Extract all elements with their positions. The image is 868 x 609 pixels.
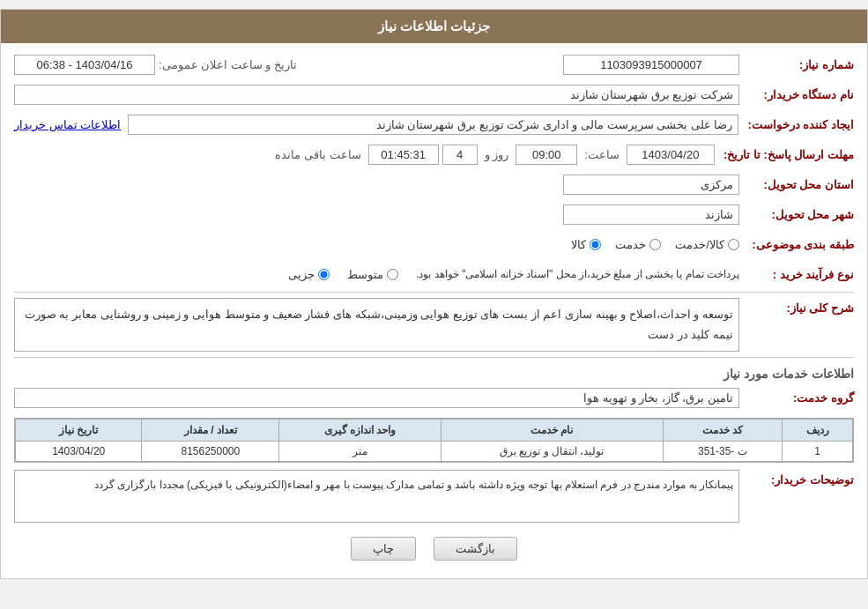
- cell-vahed: متر: [279, 441, 441, 461]
- col-tedad: تعداد / مقدار: [142, 419, 279, 441]
- noe-farayand-row: پرداخت تمام یا بخشی از مبلغ خرید،از محل …: [14, 268, 739, 281]
- roz-value: 4: [442, 145, 478, 165]
- tosiyat-value: پیمانکار به موارد مندرج در فرم استعلام ب…: [14, 470, 739, 523]
- divider-1: [14, 292, 854, 293]
- col-radif: ردیف: [783, 419, 853, 441]
- cell-radif: 1: [783, 441, 853, 461]
- kala-option[interactable]: کالا: [571, 238, 601, 251]
- divider-2: [14, 357, 854, 358]
- sharh-koli-value: توسعه و احداث،اصلاح و بهینه سازی اعم از …: [14, 298, 739, 352]
- print-button[interactable]: چاپ: [351, 537, 416, 561]
- tarikh-saat-value: 1403/04/16 - 06:38: [14, 55, 155, 75]
- etelaat-tamas-link[interactable]: اطلاعات تماس خریدار: [14, 118, 121, 131]
- kala-va-khedmat-option[interactable]: کالا/خدمت: [675, 238, 739, 251]
- deadline-saat: 09:00: [516, 145, 577, 165]
- noe-farayand-label: نوع فرآیند خرید :: [739, 268, 854, 281]
- jozii-label: جزیی: [288, 268, 315, 281]
- shahr-value: شازند: [563, 204, 739, 225]
- remaining-label: ساعت باقی مانده: [271, 148, 364, 161]
- jozii-radio[interactable]: [318, 269, 330, 280]
- buttons-row: بازگشت چاپ: [14, 537, 854, 561]
- shahr-label: شهر محل تحویل:: [739, 208, 854, 221]
- ijad-konande-value: رضا علی بخشی سرپرست مالی و اداری شرکت تو…: [128, 115, 738, 135]
- motavaset-radio[interactable]: [387, 269, 398, 280]
- gorohe-khedmat-label: گروه خدمت:: [739, 391, 854, 405]
- col-kod: کد خدمت: [663, 419, 782, 441]
- remaining-value: 01:45:31: [368, 145, 439, 165]
- sharh-koli-label: شرح کلی نیاز:: [739, 298, 854, 315]
- motavaset-label: متوسط: [347, 268, 383, 281]
- saat-label: ساعت:: [581, 148, 623, 161]
- jozii-option[interactable]: جزیی: [288, 268, 330, 281]
- motavaset-option[interactable]: متوسط: [347, 268, 398, 281]
- cell-nam: تولید، انتقال و توزیع برق: [441, 441, 663, 461]
- tabaqe-label: طبقه بندی موضوعی:: [739, 238, 854, 251]
- page-title: جزئیات اطلاعات نیاز: [378, 19, 490, 33]
- col-nam: نام خدمت: [441, 419, 663, 441]
- col-tarikh: تاریخ نیاز: [16, 419, 142, 441]
- tabaqe-radio-group: کالا/خدمت خدمت کالا: [571, 238, 739, 251]
- ostan-label: استان محل تحویل:: [739, 178, 854, 191]
- col-vahed: واحد اندازه گیری: [279, 419, 441, 441]
- cell-kod: ت -35-351: [663, 441, 782, 461]
- deadline-row: 1403/04/20 ساعت: 09:00 روز و 4 01:45:31 …: [14, 145, 715, 165]
- ijad-konande-label: ایجاد کننده درخواست:: [738, 118, 854, 131]
- tarikh-saat-label: تاریخ و ساعت اعلان عمومی:: [155, 58, 300, 71]
- khedmat-label: خدمت: [615, 238, 646, 251]
- mohlat-label: مهلت ارسال پاسخ: تا تاریخ:: [715, 148, 854, 161]
- nam-dastgah-value: شرکت توزیع برق شهرستان شازند: [14, 85, 739, 105]
- services-table: ردیف کد خدمت نام خدمت واحد اندازه گیری ت…: [15, 419, 853, 462]
- services-table-wrapper: ردیف کد خدمت نام خدمت واحد اندازه گیری ت…: [14, 418, 854, 463]
- nam-dastgah-label: نام دستگاه خریدار:: [739, 88, 854, 101]
- kala-radio[interactable]: [590, 239, 601, 250]
- etelaat-khadamat-title: اطلاعات خدمات مورد نیاز: [14, 367, 854, 381]
- khedmat-radio[interactable]: [649, 239, 661, 250]
- cell-tedad: 8156250000: [142, 441, 279, 461]
- kala-label: کالا: [571, 238, 586, 251]
- shomare-niaz-label: شماره نیاز:: [739, 58, 854, 71]
- kala-va-khedmat-label: کالا/خدمت: [675, 238, 724, 251]
- kala-va-khedmat-radio[interactable]: [728, 239, 739, 250]
- page-header: جزئیات اطلاعات نیاز: [1, 10, 867, 43]
- note-text: پرداخت تمام یا بخشی از مبلغ خرید،از محل …: [416, 268, 739, 280]
- khedmat-option[interactable]: خدمت: [615, 238, 661, 251]
- back-button[interactable]: بازگشت: [434, 537, 517, 561]
- table-row: 1 ت -35-351 تولید، انتقال و توزیع برق مت…: [16, 441, 853, 461]
- cell-tarikh: 1403/04/20: [16, 441, 142, 461]
- ostan-value: مرکزی: [563, 175, 739, 195]
- shomare-niaz-value: 1103093915000007: [563, 55, 739, 75]
- roz-label: روز و: [481, 148, 513, 161]
- deadline-date: 1403/04/20: [627, 145, 715, 165]
- gorohe-khedmat-value: تامین برق، گاز، بخار و تهویه هوا: [14, 388, 739, 408]
- tosiyat-label: توضیحات خریدار:: [739, 470, 854, 486]
